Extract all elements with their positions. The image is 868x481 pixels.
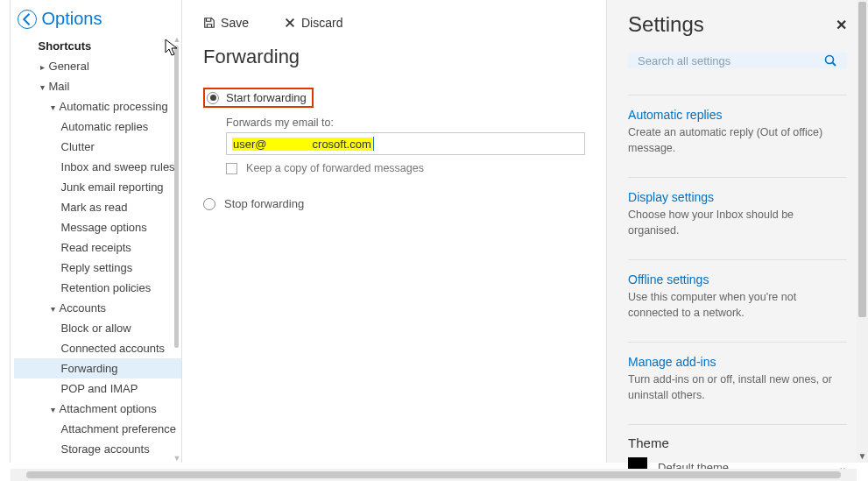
nav-msgopts[interactable]: Message options [14,217,182,237]
search-icon [823,53,837,67]
nav-attachpref[interactable]: Attachment preference [14,419,182,439]
nav-tree: Shortcuts ▸General ▾Mail ▾Automatic proc… [11,36,182,463]
save-button[interactable]: Save [203,16,249,30]
nav-autoreplies[interactable]: Automatic replies [14,117,182,137]
nav-replyset[interactable]: Reply settings [14,258,182,278]
nav-popimap[interactable]: POP and IMAP [14,378,182,399]
sidebar-scrollbar[interactable]: ▲ ▼ [173,35,181,463]
page-scrollbar-vertical[interactable]: ▼ [857,0,868,463]
email-value-suffix: crosoft.com [312,138,372,151]
settings-search-input[interactable]: Search all settings [628,53,847,68]
keep-copy-checkbox[interactable] [226,163,237,174]
nav-retention[interactable]: Retention policies [14,278,182,298]
nav-blockallow[interactable]: Block or allow [14,318,182,338]
options-sidebar: Options Shortcuts ▸General ▾Mail ▾Automa… [11,0,182,463]
nav-attachopt[interactable]: ▾Attachment options [14,399,182,419]
link-offline-settings[interactable]: Offline settings Use this computer when … [628,259,847,321]
keep-copy-label: Keep a copy of forwarded messages [246,162,424,174]
theme-label: Theme [628,435,847,450]
start-forwarding-label: Start forwarding [226,91,307,104]
nav-storage[interactable]: Storage accounts [14,439,182,459]
content-pane: Save Discard Forwarding Start forwarding… [181,0,606,463]
discard-icon [284,17,296,29]
text-caret [373,137,374,151]
options-header[interactable]: Options [11,0,182,36]
stop-forwarding-label: Stop forwarding [224,197,304,210]
forward-to-input[interactable]: user@ crosoft.com [226,132,585,155]
email-value-prefix: user@ [232,138,268,151]
svg-line-1 [833,63,836,67]
link-display-settings[interactable]: Display settings Choose how your Inbox s… [628,177,847,238]
email-value-redacted [268,138,312,151]
nav-autoproc[interactable]: ▾Automatic processing [14,96,182,117]
start-forwarding-highlight: Start forwarding [203,88,314,108]
search-placeholder: Search all settings [638,54,730,67]
options-title: Options [42,9,102,29]
nav-clutter[interactable]: Clutter [14,137,182,157]
nav-accounts[interactable]: ▾Accounts [14,298,182,318]
nav-forwarding[interactable]: Forwarding [14,358,182,378]
forward-to-label: Forwards my email to: [226,117,585,129]
back-icon[interactable] [18,10,37,29]
svg-point-0 [826,56,834,64]
settings-panel: Settings ✕ Search all settings Automatic… [606,0,868,463]
start-forwarding-radio[interactable] [207,92,219,104]
nav-mail[interactable]: ▾Mail [14,76,182,96]
link-manage-addins[interactable]: Manage add-ins Turn add-ins on or off, i… [628,342,847,403]
stop-forwarding-radio[interactable] [203,198,215,210]
settings-title: Settings [628,12,704,37]
nav-markread[interactable]: Mark as read [14,197,182,217]
nav-junk[interactable]: Junk email reporting [14,177,182,197]
discard-button[interactable]: Discard [284,16,342,30]
save-icon [203,17,215,29]
nav-inboxsweep[interactable]: Inbox and sweep rules [14,157,182,177]
nav-readrcpt[interactable]: Read receipts [14,237,182,258]
nav-shortcuts[interactable]: Shortcuts [14,36,182,56]
nav-general[interactable]: ▸General [14,56,182,76]
page-title: Forwarding [203,46,585,68]
link-automatic-replies[interactable]: Automatic replies Create an automatic re… [628,95,847,156]
close-icon[interactable]: ✕ [836,17,847,33]
page-scrollbar-horizontal[interactable] [11,469,857,481]
nav-connected[interactable]: Connected accounts [14,338,182,358]
